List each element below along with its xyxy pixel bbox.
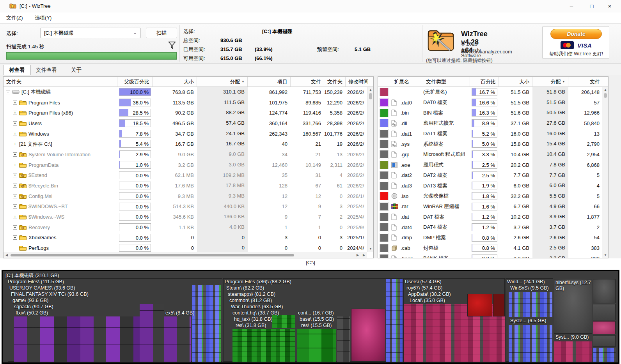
table-row[interactable]: PerfLogs0.0 %000002024/4/: [4, 243, 367, 252]
expand-toggle[interactable]: +: [13, 184, 17, 188]
treemap-label-local[interactable]: Local\ (35.0 GB): [410, 298, 445, 303]
treemap-label-userjoy[interactable]: USERJOY GAMES\ (93.6 GB): [9, 285, 75, 291]
treemap-label-ffxivtc[interactable]: FINAL FANTASY XIV TC\ (93.6 GB): [11, 292, 89, 297]
treemap-block-system32[interactable]: [509, 325, 552, 362]
treemap-block-gray-a[interactable]: [593, 279, 616, 303]
header-size[interactable]: 大小: [499, 77, 532, 87]
expand-toggle[interactable]: +: [13, 173, 17, 177]
donate-button[interactable]: Donate: [550, 29, 602, 39]
scroll-right-icon[interactable]: ▶: [361, 252, 367, 258]
table-row[interactable]: .grpMicrosoft 程式群組3.3 %10.4 GB10.4 GB2,9…: [378, 149, 602, 160]
table-row[interactable]: .dmpDMP 檔案0.8 %2.6 GB2.6 GB54: [378, 233, 602, 243]
treemap-block-gray-c[interactable]: [593, 335, 616, 347]
scroll-up-icon[interactable]: ▲: [367, 87, 374, 93]
header-extension[interactable]: 扩展名: [391, 77, 423, 87]
expand-toggle[interactable]: +: [13, 235, 17, 240]
treemap-label-roy67[interactable]: roy67\ (57.4 GB): [406, 285, 442, 291]
treemap-label-hqtex[interactable]: hq_tex\ (31.8 GB): [234, 316, 273, 322]
table-row[interactable]: +Windows7.8 %34.7 GB24.1 GB262,343160,56…: [4, 129, 367, 139]
table-row[interactable]: .binBIN 檔案16.3 %51.6 GB50.5 GB12,966: [378, 108, 602, 118]
header-allocated[interactable]: 分配 ▼: [197, 77, 248, 87]
table-row[interactable]: +$Extend0.0 %62.1 MB109.2 MB353142026/2/: [4, 170, 367, 181]
treemap-label-hiberfil[interactable]: hiberfil.sys (12.7 GB): [555, 280, 591, 292]
treemap-block-sqpack[interactable]: [140, 304, 164, 362]
treemap-label-ffxiv[interactable]: ffxiv\ (50.2 GB): [16, 310, 48, 316]
treemap-label-res2[interactable]: res\ (15.5 GB): [301, 323, 332, 328]
treemap-label-common[interactable]: common\ (81.2 GB): [229, 298, 272, 303]
treemap-block-x86-misc[interactable]: [386, 279, 403, 362]
treemap-label-users[interactable]: Users\ (57.4 GB): [405, 279, 442, 284]
treemap-block-res-green[interactable]: [232, 329, 295, 362]
scrollbar-thumb[interactable]: [369, 93, 372, 99]
treemap-block-ex5[interactable]: [164, 316, 191, 362]
table-row[interactable]: +XboxGames0.0 %003032025/1/: [4, 233, 367, 243]
treemap-label-contenthq[interactable]: content.hq\ (38.7 GB): [232, 310, 279, 316]
scroll-down-icon[interactable]: ▼: [602, 252, 609, 258]
treemap-block-darkred[interactable]: [493, 294, 505, 316]
table-row[interactable]: +$WINDOWS.~BT0.0 %514.3 KB440.0 KB129320…: [4, 201, 367, 212]
treemap-block-program-files-misc[interactable]: [192, 285, 221, 362]
header-files[interactable]: 文件: [291, 77, 324, 87]
drive-dropdown[interactable]: [C:] 本機磁碟 ⌄: [41, 28, 140, 38]
folder-tree-vscrollbar[interactable]: ▲ ▼: [367, 87, 373, 252]
treemap-label-syste[interactable]: Syste... (6.5 GB): [510, 318, 546, 323]
treemap-label-syst[interactable]: Syst... (9.0 GB): [555, 334, 589, 340]
header-mtime[interactable]: 修改时间: [346, 77, 368, 87]
scrollbar-thumb[interactable]: [604, 93, 607, 98]
treemap-label-cont[interactable]: cont... (16.7 GB): [298, 310, 334, 316]
table-row[interactable]: .dat0DAT0 檔案16.6 %51.5 GB51.5 GB57: [378, 97, 602, 108]
table-row[interactable]: .cab封包檔0.8 %4.1 GB2.5 GB383: [378, 243, 602, 253]
treemap-block-red[interactable]: [467, 294, 492, 316]
table-row[interactable]: (无扩展名)16.7 %51.5 GB51.8 GB206,148: [378, 87, 602, 97]
tab-file-view[interactable]: 文件查看: [30, 65, 62, 75]
header-percent[interactable]: 百分比: [470, 77, 499, 87]
scroll-up-icon[interactable]: ▲: [602, 87, 609, 93]
table-row[interactable]: .bankBANK 檔案0.8 %2.3 GB2.3 GB223: [378, 253, 602, 258]
table-row[interactable]: +System Volume Information2.9 %9.0 GB9.0…: [4, 149, 367, 160]
expand-toggle[interactable]: +: [13, 152, 17, 157]
header-folder[interactable]: 文件夹: [4, 77, 117, 87]
expand-toggle[interactable]: +: [13, 101, 17, 105]
treemap-label-steamapps[interactable]: steamapps\ (81.2 GB): [228, 292, 275, 297]
folder-tree-hscrollbar[interactable]: ◀ ▶ ▶: [4, 252, 367, 258]
table-row[interactable]: +Program Files36.0 %113.5 GB111.5 GB101,…: [4, 97, 367, 108]
menu-options[interactable]: 选项(Y): [31, 12, 55, 23]
header-items[interactable]: 项目: [248, 77, 291, 87]
treemap-label-steam[interactable]: Steam\ (82.2 GB): [226, 285, 264, 291]
table-row[interactable]: −[C:] 本機磁碟100.0 %763.8 GB310.1 GB861,992…: [4, 87, 367, 97]
table-row[interactable]: .datDAT 檔案1.2 %10.2 GB3.9 GB1,877: [378, 212, 602, 222]
collapse-toggle[interactable]: −: [6, 90, 10, 94]
scroll-down-icon[interactable]: ▼: [367, 246, 374, 252]
treemap-label-root[interactable]: [C:] 本機磁碟 (310.1 GB): [5, 272, 59, 279]
scrollbar-thumb[interactable]: [11, 254, 294, 256]
treemap-block-gray-b[interactable]: [593, 304, 616, 320]
treemap-label-appdata[interactable]: AppData\ (38.2 GB): [408, 292, 451, 297]
treemap-label-winsxs[interactable]: WinSxS\ (9.5 GB): [510, 285, 549, 291]
expand-toggle[interactable]: +: [13, 142, 17, 146]
table-row[interactable]: .exe應用程式2.5 %20.2 GB7.8 GB6,868: [378, 160, 602, 170]
table-row[interactable]: .rarWinRAR 壓縮檔1.6 %6.7 GB4.9 GB66: [378, 201, 602, 212]
treemap-block-winsxs[interactable]: [509, 292, 552, 317]
scroll-right-icon[interactable]: ▶: [355, 252, 361, 258]
expand-toggle[interactable]: +: [13, 111, 17, 115]
treemap-label-sqpack[interactable]: sqpack\ (90.7 GB): [14, 304, 53, 309]
extension-vscrollbar[interactable]: ▲ ▼: [602, 87, 608, 258]
expand-toggle[interactable]: +: [13, 194, 17, 198]
treemap-label-base[interactable]: base\ (15.5 GB): [300, 316, 334, 322]
table-row[interactable]: .dat4DAT4 檔案1.2 %3.7 GB3.7 GB2: [378, 222, 602, 233]
table-row[interactable]: +Program Files (x86)28.5 %90.2 GB88.2 GB…: [4, 108, 367, 118]
header-folders[interactable]: 文件夹: [324, 77, 346, 87]
header-parent-percent[interactable]: 父级百分比: [117, 77, 153, 87]
minimize-button[interactable]: –: [562, 0, 580, 12]
table-row[interactable]: +Users18.5 %496.5 GB57.4 GB360,164331,76…: [4, 118, 367, 129]
treemap-block-gray-strip[interactable]: [337, 316, 350, 362]
treemap-label-program-files[interactable]: Program Files\ (111.5 GB): [8, 279, 64, 284]
table-row[interactable]: +ProgramData1.0 %3.2 GB3.0 GB12,46010,14…: [4, 160, 367, 170]
treemap-block-hqtex-small[interactable]: [272, 315, 295, 328]
table-row[interactable]: .dat1DAT1 檔案5.2 %16.0 GB16.0 GB13: [378, 129, 602, 139]
treemap-label-ex5[interactable]: ex5\ (8.4 GB): [165, 310, 194, 316]
maximize-button[interactable]: □: [583, 0, 601, 12]
scroll-left-icon[interactable]: ◀: [4, 252, 10, 258]
table-row[interactable]: .dll應用程式擴充8.9 %37.1 GB27.6 GB50,840: [378, 118, 602, 129]
table-row[interactable]: .sys系統檔案5.0 %15.8 GB15.4 GB2,790: [378, 139, 602, 149]
